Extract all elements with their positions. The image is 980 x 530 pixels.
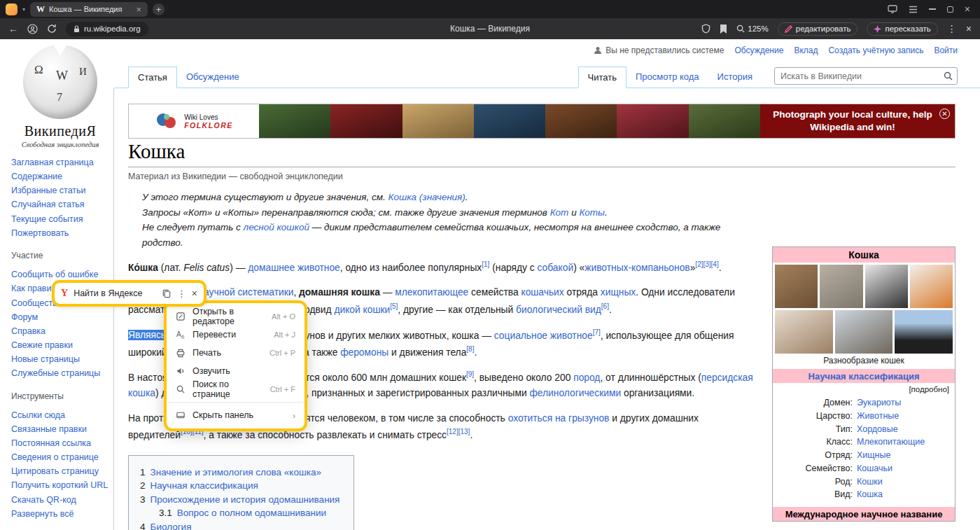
sidebar-item[interactable]: Ссылки сюда (11, 410, 109, 421)
tab-view-source[interactable]: Просмотр кода (626, 67, 708, 88)
menu-item-hide-panel[interactable]: Скрыть панель › (167, 406, 304, 424)
protect-shield-icon[interactable] (701, 24, 710, 34)
browser-tab[interactable]: W Кошка — Википедия × (30, 2, 148, 17)
wikipedia-globe-logo[interactable]: Ω W И 7 (23, 45, 97, 119)
window-maximize-button[interactable] (947, 6, 953, 13)
wiki-content-header: Вы не представились системе Обсуждение В… (114, 39, 980, 88)
tab-read[interactable]: Читать (578, 67, 626, 88)
sidebar-item-main[interactable]: Заглавная страница (11, 158, 109, 169)
wikipedia-page: Ω W И 7 ВикипедиЯ Свободная энциклопедия… (0, 39, 980, 530)
cat-photo[interactable] (775, 265, 818, 308)
bookmark-flag-icon[interactable] (720, 25, 727, 34)
edit-page-button[interactable]: редактировать (778, 22, 858, 36)
sidebar-item[interactable]: Сведения о странице (11, 452, 109, 463)
cat-photo[interactable] (910, 265, 953, 308)
sidebar-item[interactable]: Постоянная ссылка (11, 438, 109, 449)
sidebar-item-current-events[interactable]: Текущие события (11, 214, 109, 225)
banner-close-icon[interactable]: ✕ (939, 109, 950, 119)
menu-item-read-aloud[interactable]: Озвучить (167, 362, 304, 380)
cast-icon[interactable] (888, 5, 897, 13)
taxobox-intl-name-header: Международное научное название (773, 507, 955, 521)
cat-photo[interactable] (835, 310, 893, 354)
user-link-talk[interactable]: Обсуждение (734, 46, 783, 55)
table-of-contents: 1Значение и этимология слова «кошка» 2На… (128, 455, 354, 530)
toc-item[interactable]: 2Научная классификация (140, 480, 340, 491)
cat-photo[interactable] (820, 265, 862, 308)
toolbar-close-icon[interactable]: × (966, 23, 972, 34)
toc-item[interactable]: 1Значение и этимология слова «кошка» (140, 467, 340, 477)
wiki-search-input[interactable] (775, 71, 944, 81)
taxobox-row: Класс:Млекопитающие (778, 435, 949, 449)
yandex-find-popup[interactable]: Y Найти в Яндексе ⋮ × (55, 283, 204, 304)
wiki-loves-folklore-banner[interactable]: Wiki Loves FOLKLORE Photograph your loca… (128, 104, 955, 139)
sidebar-item[interactable]: Форум (11, 312, 109, 323)
reload-button[interactable] (47, 24, 57, 34)
cat-photo[interactable] (865, 265, 908, 308)
menu-separator (168, 402, 303, 403)
taxobox-details-link[interactable]: [подробно] (773, 383, 955, 395)
sidebar-item[interactable]: Новые страницы (11, 354, 109, 365)
article-tabs-row: Статья Обсуждение Читать Просмотр кода И… (114, 67, 980, 88)
sidebar-item[interactable]: Развернуть всё (11, 509, 109, 520)
taxobox-row: Царство:Животные (778, 410, 949, 423)
user-link-contribs[interactable]: Вклад (794, 46, 818, 55)
tab-close-icon[interactable]: × (136, 5, 141, 14)
menu-item-translate[interactable]: Аб Перевести Alt + J (167, 326, 304, 344)
profile-chevron-icon[interactable]: ▾ (22, 6, 25, 13)
window-minimize-button[interactable] (929, 8, 936, 10)
popup-close-icon[interactable]: × (192, 288, 197, 299)
user-link-login[interactable]: Войти (934, 46, 958, 55)
toc-item[interactable]: 3.1Вопрос о полном одомашнивании (159, 508, 340, 518)
user-circle-icon[interactable] (27, 24, 38, 34)
search-icon[interactable] (944, 71, 953, 81)
popup-more-icon[interactable]: ⋮ (177, 288, 186, 299)
sidebar-item[interactable]: Свежие правки (11, 340, 109, 351)
toc-item[interactable]: 4Биология (140, 522, 340, 530)
folklore-logo-icon (155, 111, 178, 132)
sidebar-item-donate[interactable]: Пожертвовать (11, 228, 109, 239)
sidebar-item-random[interactable]: Случайная статья (11, 200, 109, 211)
back-button[interactable]: ← (8, 23, 18, 34)
new-tab-button[interactable]: + (153, 4, 164, 15)
menu-item-open-in-editor[interactable]: Открыть в редакторе Alt + O (167, 307, 304, 326)
sidebar-item[interactable]: Справка (11, 326, 109, 337)
cat-photo[interactable] (775, 310, 833, 354)
zoom-indicator[interactable]: 125% (736, 25, 768, 33)
toc-item[interactable]: 3Происхождение и история одомашнивания (140, 494, 340, 505)
sidebar-item-featured[interactable]: Избранные статьи (11, 186, 109, 197)
menu-item-find-on-page[interactable]: Поиск по странице Ctrl + F (167, 380, 304, 398)
taxobox-row: Тип:Хордовые (778, 423, 949, 436)
banner-message: Photograph your local culture, help Wiki… (760, 104, 955, 138)
svg-text:б: б (181, 334, 184, 340)
sidebar-item-contents[interactable]: Содержание (11, 172, 109, 183)
more-options-icon[interactable]: ⋮ (947, 23, 957, 34)
sidebar-item[interactable]: Цитировать страницу (11, 466, 109, 477)
hatnote: Не следует путать с лесной кошкой — дики… (128, 220, 762, 250)
taxobox-photos (773, 263, 955, 354)
cat-photo[interactable] (895, 310, 953, 354)
taxobox-classification-header[interactable]: Научная классификация (773, 369, 955, 383)
user-link-create-account[interactable]: Создать учётную запись (828, 46, 923, 55)
sidebar-item[interactable]: Служебные страницы (11, 368, 109, 379)
sidebar-tools-list: Ссылки сюда Связанные правки Постоянная … (11, 410, 109, 520)
tab-history[interactable]: История (708, 67, 762, 88)
copy-icon[interactable] (162, 288, 172, 298)
sidebar-item[interactable]: Получить короткий URL (11, 480, 109, 491)
tab-article[interactable]: Статья (128, 67, 177, 88)
lock-icon (74, 25, 80, 33)
tab-discussion[interactable]: Обсуждение (177, 67, 248, 88)
url-field[interactable]: ru.wikipedia.org (66, 22, 148, 36)
menu-item-print[interactable]: Печать Ctrl + P (167, 344, 304, 362)
sidebar-item[interactable]: Скачать QR-код (11, 495, 109, 506)
find-in-yandex-label[interactable]: Найти в Яндексе (74, 288, 142, 298)
window-close-button[interactable]: × (965, 4, 970, 15)
svg-text:А: А (176, 330, 181, 338)
panels-menu-icon[interactable] (909, 6, 918, 13)
edit-page-label: редактировать (796, 25, 851, 33)
not-logged-in-status: Вы не представились системе (594, 46, 724, 55)
sidebar-item[interactable]: Сообщить об ошибке (11, 270, 109, 281)
retell-button[interactable]: пересказать (867, 22, 937, 36)
sidebar-item[interactable]: Связанные правки (11, 424, 109, 435)
content-divider (113, 88, 114, 530)
profile-avatar[interactable] (6, 4, 18, 15)
